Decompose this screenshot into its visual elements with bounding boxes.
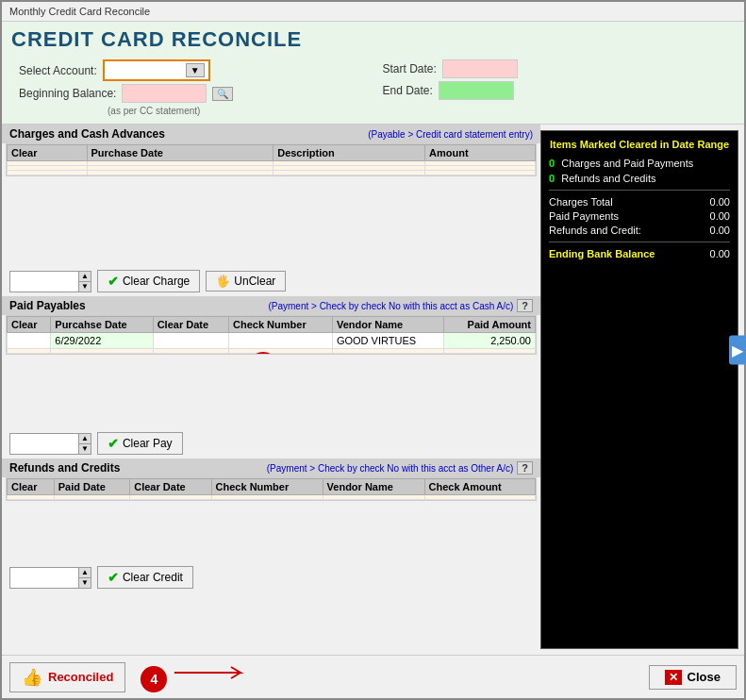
refunds-section-header: Refunds and Credits (Payment > Check by … (2, 458, 540, 477)
paid-payments-row: Paid Payments 0.00 (549, 210, 730, 222)
refunds-table: Clear Paid Date Clear Date Check Number … (7, 478, 536, 500)
paid-col-check-number: Check Number (229, 317, 333, 333)
bottom-bar: 👍 Reconciled 4 ✕ Close (2, 655, 744, 698)
clear-charge-checkmark: ✔ (108, 274, 119, 289)
nav-arrow-right[interactable]: ▶ (729, 336, 744, 365)
account-dropdown-arrow[interactable]: ▼ (186, 63, 205, 77)
step4-circle: 4 (141, 666, 167, 692)
refunds-link[interactable]: (Payment > Check by check No with this a… (267, 463, 514, 474)
clear-charge-label: Clear Charge (123, 275, 190, 288)
refunds-credit-label: Refunds and Credit: (549, 225, 641, 236)
close-label: Close (688, 670, 721, 684)
refunds-col-vendor: Vendor Name (323, 479, 424, 495)
search-button[interactable]: 🔍 (212, 87, 233, 101)
refunds-stepper-arrows[interactable]: ▲ ▼ (78, 568, 91, 588)
paid-date-stepper[interactable]: 06/30/2022 ▲ ▼ (9, 433, 91, 455)
unclear-label: UnClear (234, 275, 275, 288)
charges-total-value: 0.00 (710, 196, 730, 208)
account-select-box[interactable]: 1001 ▼ (103, 59, 210, 81)
refunds-stat-row: 0 Refunds and Credits (549, 173, 730, 184)
paid-stepper-down[interactable]: ▼ (79, 444, 91, 454)
paid-col-purchase-date: Purcahse Date (51, 317, 153, 333)
paid-col-amount: Paid Amount (444, 317, 536, 333)
charges-date-stepper[interactable]: 6/29/2022 ▲ ▼ (9, 271, 91, 292)
charges-title: Charges and Cash Advances (9, 127, 165, 141)
charges-action-row: 6/29/2022 ▲ ▼ ✔ Clear Charge 🖐 UnClear (2, 266, 540, 296)
paid-table-container: Clear Purcahse Date Clear Date Check Num… (6, 315, 537, 355)
charges-col-amount: Amount (425, 145, 536, 161)
clear-pay-button[interactable]: ✔ Clear Pay (97, 432, 183, 455)
paid-col-clear: Clear (8, 317, 51, 333)
charges-table-container: Clear Purchase Date Description Amount (6, 143, 537, 176)
start-date-input[interactable]: 6/01/2022 (442, 59, 518, 78)
charges-stepper-down[interactable]: ▼ (79, 282, 91, 292)
charges-link[interactable]: (Payable > Credit card statement entry) (368, 129, 533, 140)
reconciled-button[interactable]: 👍 Reconciled (9, 662, 125, 692)
clear-charge-button[interactable]: ✔ Clear Charge (97, 270, 200, 292)
charges-col-desc: Description (274, 145, 425, 161)
refunds-date-input[interactable]: 06/30/2022 (10, 569, 78, 586)
charges-count: 0 (549, 158, 555, 169)
refunds-col-check-number: Check Number (211, 479, 323, 495)
paid-help-button[interactable]: ? (517, 299, 533, 312)
paid-stepper-up[interactable]: ▲ (79, 434, 91, 444)
unclear-button[interactable]: 🖐 UnClear (206, 271, 286, 292)
refunds-credit-row: Refunds and Credit: 0.00 (549, 225, 730, 236)
step4-arrow: 4 (141, 661, 249, 692)
paid-date-input[interactable]: 06/30/2022 (10, 435, 78, 452)
ending-balance-row: Ending Bank Balance 0.00 (549, 248, 730, 259)
account-input[interactable]: 1001 (108, 64, 184, 77)
paid-payables-table: Clear Purcahse Date Clear Date Check Num… (7, 316, 536, 354)
refunds-col-clear: Clear (8, 479, 55, 495)
table-row (8, 171, 536, 175)
refunds-table-container: Clear Paid Date Clear Date Check Number … (6, 477, 537, 501)
app-title: CREDIT CARD RECONCILE (11, 27, 735, 52)
ending-balance-value: 0.00 (710, 248, 730, 259)
beginning-balance-input[interactable]: 0.00 (122, 84, 207, 103)
header-section: CREDIT CARD RECONCILE Select Account: 10… (2, 22, 744, 125)
paid-payments-label: Paid Payments (549, 210, 619, 222)
refunds-stepper-down[interactable]: ▼ (79, 578, 91, 588)
charges-date-input[interactable]: 6/29/2022 (10, 273, 78, 290)
as-per-label: (as per CC statement) (108, 106, 364, 116)
left-panel: Charges and Cash Advances (Payable > Cre… (2, 125, 540, 655)
paid-link[interactable]: (Payment > Check by check No with this a… (268, 301, 513, 311)
charges-stat-row: 0 Charges and Paid Payments (549, 158, 730, 169)
refunds-action-row: 06/30/2022 ▲ ▼ ✔ Clear Credit (2, 562, 540, 592)
refunds-col-amount: Check Amount (424, 479, 535, 495)
refunds-table-area: Clear Paid Date Clear Date Check Number … (2, 477, 540, 562)
charges-stepper-arrows[interactable]: ▲ ▼ (78, 272, 91, 292)
paid-title: Paid Payables (9, 299, 86, 312)
charges-stat-label: Charges and Paid Payments (561, 158, 693, 169)
select-account-label: Select Account: (19, 64, 97, 77)
divider1 (549, 190, 730, 191)
refunds-stat-label: Refunds and Credits (561, 173, 655, 184)
charges-section-header: Charges and Cash Advances (Payable > Cre… (2, 125, 540, 143)
close-button[interactable]: ✕ Close (649, 665, 737, 690)
summary-panel-title: Items Marked Cleared in Date Range (549, 139, 730, 150)
paid-col-vendor: Vendor Name (332, 317, 443, 333)
title-bar: Monthly Credit Card Reconcile (2, 2, 744, 22)
refunds-count: 0 (549, 173, 555, 184)
window-title: Monthly Credit Card Reconcile (9, 6, 150, 17)
paid-stepper-arrows[interactable]: ▲ ▼ (78, 434, 91, 454)
paid-action-row: 06/30/2022 ▲ ▼ ✔ Clear Pay (2, 428, 540, 458)
main-window: Monthly Credit Card Reconcile CREDIT CAR… (0, 0, 746, 700)
charges-col-date: Purchase Date (87, 145, 274, 161)
reconciled-area: 👍 Reconciled 4 (9, 661, 250, 692)
clear-credit-label: Clear Credit (123, 571, 183, 584)
arrow-svg (174, 661, 250, 684)
table-row: 3 (8, 495, 536, 500)
refunds-help-button[interactable]: ? (517, 461, 533, 475)
charges-stepper-up[interactable]: ▲ (79, 272, 91, 282)
clear-credit-button[interactable]: ✔ Clear Credit (97, 566, 193, 589)
end-date-input[interactable]: 6/30/2022 (439, 81, 514, 100)
charges-total-row: Charges Total 0.00 (549, 196, 730, 208)
refunds-date-stepper[interactable]: 06/30/2022 ▲ ▼ (9, 567, 91, 589)
paid-payments-value: 0.00 (710, 210, 730, 222)
refunds-credit-value: 0.00 (710, 225, 730, 236)
divider2 (549, 242, 730, 242)
charges-table-area: Clear Purchase Date Description Amount (2, 143, 540, 266)
start-date-label: Start Date: (383, 62, 437, 75)
refunds-stepper-up[interactable]: ▲ (79, 568, 91, 578)
